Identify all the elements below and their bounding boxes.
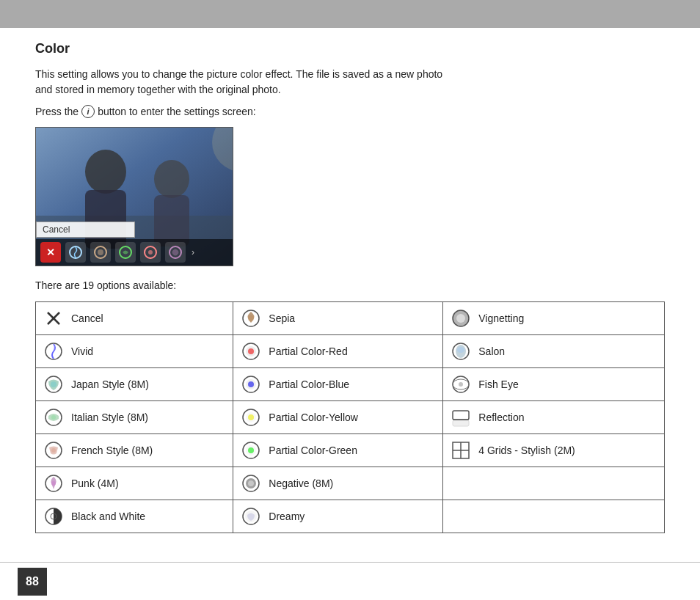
bottom-bar: 88 — [0, 562, 700, 600]
vivid-icon — [42, 340, 65, 363]
svg-point-32 — [248, 381, 254, 387]
table-cell: Vignetting — [443, 302, 665, 335]
info-icon: i — [81, 105, 95, 118]
table-cell: Cancel — [36, 302, 233, 335]
table-cell: Sepia — [233, 302, 443, 335]
svg-point-24 — [248, 348, 254, 354]
partial-blue-label: Partial Color-Blue — [269, 378, 349, 390]
negative-label: Negative (8M) — [269, 478, 333, 489]
section-title: Color — [35, 41, 665, 56]
reflection-icon — [449, 406, 473, 429]
vignetting-label: Vignetting — [478, 312, 524, 324]
table-cell: Partial Color-Blue — [233, 368, 443, 401]
partial-red-icon — [239, 340, 263, 363]
table-row: Punk (4M) Negative (8M) — [36, 467, 665, 500]
svg-point-12 — [148, 250, 153, 255]
cancel-label-overlay: Cancel — [36, 222, 135, 238]
negative-icon — [239, 472, 263, 495]
table-row: Vivid Partial Color-Red — [36, 335, 665, 368]
toolbar-arrow: › — [192, 247, 194, 257]
camera-preview: Cancel ✕ › — [35, 127, 233, 266]
partial-yellow-label: Partial Color-Yellow — [269, 411, 358, 423]
table-row: Italian Style (8M) Partial Color-Yellow — [36, 401, 665, 434]
salon-label: Salon — [478, 345, 505, 357]
svg-point-4 — [154, 160, 189, 198]
svg-point-20 — [456, 314, 465, 323]
table-row: Japan Style (8M) Partial Color-Blue — [36, 368, 665, 401]
table-cell: Partial Color-Green — [233, 434, 443, 467]
dreamy-label: Dreamy — [269, 511, 305, 522]
bw-label: Black and White — [71, 511, 145, 522]
svg-point-45 — [51, 448, 56, 453]
vivid-toolbar-icon[interactable] — [65, 242, 86, 263]
svg-point-56 — [248, 480, 254, 486]
table-cell: Japan Style (8M) — [36, 368, 233, 401]
japan-label: Japan Style (8M) — [71, 378, 149, 390]
fisheye-icon — [449, 373, 473, 396]
sepia-icon — [239, 307, 263, 330]
main-content: Color This setting allows you to change … — [0, 28, 700, 533]
table-cell: Fish Eye — [443, 368, 665, 401]
partial-green-label: Partial Color-Green — [269, 444, 357, 456]
svg-rect-42 — [453, 420, 469, 426]
table-cell: Reflection — [443, 401, 665, 434]
fisheye-label: Fish Eye — [478, 378, 518, 390]
table-cell: Black and White — [36, 500, 233, 533]
4grids-icon — [449, 439, 473, 462]
table-cell: Punk (4M) — [36, 467, 233, 500]
table-cell: Negative (8M) — [233, 467, 443, 500]
vignetting-icon — [449, 307, 473, 330]
french-icon — [42, 439, 65, 462]
table-cell: Italian Style (8M) — [36, 401, 233, 434]
press-instruction: Press the i button to enter the settings… — [35, 105, 665, 118]
punk-toolbar-icon[interactable] — [165, 242, 186, 263]
partial-blue-icon — [239, 373, 263, 396]
svg-point-53 — [51, 481, 56, 486]
svg-point-37 — [51, 415, 56, 420]
page-number: 88 — [18, 568, 47, 596]
cancel-toolbar-icon[interactable]: ✕ — [40, 242, 61, 263]
french-label: French Style (8M) — [71, 444, 153, 456]
partial-green-icon — [239, 439, 263, 462]
description: This setting allows you to change the pi… — [35, 67, 665, 98]
svg-point-27 — [457, 347, 464, 353]
table-cell — [443, 500, 665, 533]
sepia-label: Sepia — [269, 312, 295, 324]
svg-point-29 — [51, 381, 56, 387]
table-cell: Partial Color-Red — [233, 335, 443, 368]
dreamy-icon — [239, 505, 263, 528]
bw-icon — [42, 505, 65, 528]
table-cell: Salon — [443, 335, 665, 368]
svg-point-35 — [459, 382, 463, 387]
options-text: There are 19 options available: — [35, 279, 665, 291]
japan-icon — [42, 373, 65, 396]
sepia-toolbar-icon[interactable] — [90, 242, 111, 263]
partial-yellow-icon — [239, 406, 263, 429]
table-row: Black and White Dreamy — [36, 500, 665, 533]
table-cell: Vivid — [36, 335, 233, 368]
italian-label: Italian Style (8M) — [71, 411, 148, 423]
table-cell — [443, 467, 665, 500]
table-cell: Partial Color-Yellow — [233, 401, 443, 434]
table-row: Cancel Sepia V — [36, 302, 665, 335]
table-cell: French Style (8M) — [36, 434, 233, 467]
salon-icon — [449, 340, 473, 363]
4grids-label: 4 Grids - Stylish (2M) — [478, 444, 575, 456]
table-cell: 4 Grids - Stylish (2M) — [443, 434, 665, 467]
table-cell: Dreamy — [233, 500, 443, 533]
reflection-label: Reflection — [478, 411, 524, 423]
preview-inner: Cancel ✕ › — [36, 128, 233, 266]
svg-rect-41 — [453, 411, 469, 420]
italian-icon — [42, 406, 65, 429]
italian-toolbar-icon[interactable] — [140, 242, 161, 263]
svg-point-40 — [248, 414, 254, 420]
svg-point-17 — [248, 315, 254, 321]
partial-red-label: Partial Color-Red — [269, 345, 347, 357]
options-table: Cancel Sepia V — [35, 301, 665, 533]
svg-point-2 — [85, 150, 126, 194]
svg-point-9 — [98, 249, 103, 255]
vivid-label: Vivid — [71, 345, 93, 357]
top-bar — [0, 0, 700, 28]
cancel-label: Cancel — [71, 312, 103, 324]
japan-toolbar-icon[interactable] — [115, 242, 136, 263]
